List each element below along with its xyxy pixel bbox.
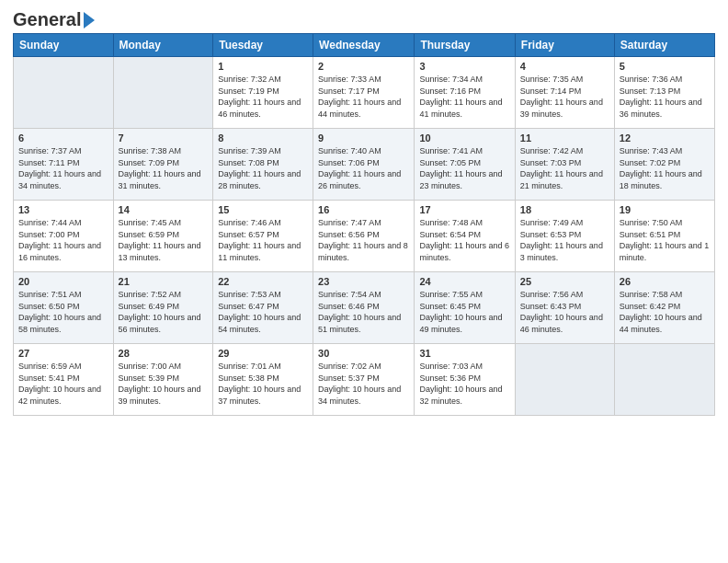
calendar-table: SundayMondayTuesdayWednesdayThursdayFrid… [13,33,715,416]
day-info: Sunrise: 7:43 AM Sunset: 7:02 PM Dayligh… [620,145,710,191]
day-number: 27 [18,348,108,359]
day-cell [614,344,714,416]
day-cell: 9Sunrise: 7:40 AM Sunset: 7:06 PM Daylig… [313,129,415,201]
day-cell: 13Sunrise: 7:44 AM Sunset: 7:00 PM Dayli… [14,201,114,272]
day-info: Sunrise: 7:56 AM Sunset: 6:43 PM Dayligh… [520,289,609,335]
day-cell: 12Sunrise: 7:43 AM Sunset: 7:02 PM Dayli… [614,129,714,201]
day-number: 15 [218,204,308,215]
day-info: Sunrise: 7:49 AM Sunset: 6:53 PM Dayligh… [520,217,609,263]
day-cell [515,344,614,416]
week-row-0: 1Sunrise: 7:32 AM Sunset: 7:19 PM Daylig… [14,57,715,129]
day-info: Sunrise: 7:51 AM Sunset: 6:50 PM Dayligh… [18,289,108,335]
day-number: 2 [318,61,409,72]
day-info: Sunrise: 7:53 AM Sunset: 6:47 PM Dayligh… [218,289,308,335]
day-cell: 24Sunrise: 7:55 AM Sunset: 6:45 PM Dayli… [415,272,515,344]
day-info: Sunrise: 7:34 AM Sunset: 7:16 PM Dayligh… [419,74,509,120]
col-header-friday: Friday [515,34,614,57]
day-number: 7 [119,132,209,144]
day-number: 12 [620,132,710,144]
day-info: Sunrise: 7:37 AM Sunset: 7:11 PM Dayligh… [18,145,108,191]
day-cell: 2Sunrise: 7:33 AM Sunset: 7:17 PM Daylig… [313,57,415,129]
day-info: Sunrise: 6:59 AM Sunset: 5:41 PM Dayligh… [18,361,108,407]
day-cell: 26Sunrise: 7:58 AM Sunset: 6:42 PM Dayli… [614,272,714,344]
day-cell: 21Sunrise: 7:52 AM Sunset: 6:49 PM Dayli… [113,272,213,344]
week-row-4: 27Sunrise: 6:59 AM Sunset: 5:41 PM Dayli… [14,344,715,416]
day-cell: 14Sunrise: 7:45 AM Sunset: 6:59 PM Dayli… [113,201,213,272]
day-cell: 11Sunrise: 7:42 AM Sunset: 7:03 PM Dayli… [515,129,614,201]
day-number: 29 [218,348,308,359]
day-info: Sunrise: 7:03 AM Sunset: 5:36 PM Dayligh… [419,361,509,407]
day-info: Sunrise: 7:54 AM Sunset: 6:46 PM Dayligh… [318,289,409,335]
day-cell: 28Sunrise: 7:00 AM Sunset: 5:39 PM Dayli… [113,344,213,416]
day-number: 9 [318,132,409,144]
week-row-1: 6Sunrise: 7:37 AM Sunset: 7:11 PM Daylig… [14,129,715,201]
col-header-monday: Monday [113,34,213,57]
day-number: 8 [218,132,308,144]
day-info: Sunrise: 7:40 AM Sunset: 7:06 PM Dayligh… [318,145,409,191]
page-container: General SundayMondayTuesdayWednesdayThur… [0,0,728,425]
day-info: Sunrise: 7:46 AM Sunset: 6:57 PM Dayligh… [218,217,308,263]
day-cell: 10Sunrise: 7:41 AM Sunset: 7:05 PM Dayli… [415,129,515,201]
day-cell: 27Sunrise: 6:59 AM Sunset: 5:41 PM Dayli… [14,344,114,416]
day-number: 18 [520,204,609,215]
day-cell: 25Sunrise: 7:56 AM Sunset: 6:43 PM Dayli… [515,272,614,344]
day-number: 16 [318,204,409,215]
day-cell [113,57,213,129]
day-cell: 6Sunrise: 7:37 AM Sunset: 7:11 PM Daylig… [14,129,114,201]
col-header-thursday: Thursday [415,34,515,57]
day-number: 23 [318,276,409,287]
day-cell: 7Sunrise: 7:38 AM Sunset: 7:09 PM Daylig… [113,129,213,201]
day-number: 11 [520,132,609,144]
day-number: 31 [419,348,509,359]
day-info: Sunrise: 7:47 AM Sunset: 6:56 PM Dayligh… [318,217,409,263]
day-cell: 5Sunrise: 7:36 AM Sunset: 7:13 PM Daylig… [614,57,714,129]
col-header-saturday: Saturday [614,34,714,57]
day-number: 19 [620,204,710,215]
day-cell: 31Sunrise: 7:03 AM Sunset: 5:36 PM Dayli… [415,344,515,416]
day-number: 6 [18,132,108,144]
day-cell: 15Sunrise: 7:46 AM Sunset: 6:57 PM Dayli… [213,201,313,272]
header-row: SundayMondayTuesdayWednesdayThursdayFrid… [14,34,715,57]
day-cell: 4Sunrise: 7:35 AM Sunset: 7:14 PM Daylig… [515,57,614,129]
day-info: Sunrise: 7:38 AM Sunset: 7:09 PM Dayligh… [119,145,209,191]
day-info: Sunrise: 7:02 AM Sunset: 5:37 PM Dayligh… [318,361,409,407]
day-info: Sunrise: 7:01 AM Sunset: 5:38 PM Dayligh… [218,361,308,407]
day-cell: 29Sunrise: 7:01 AM Sunset: 5:38 PM Dayli… [213,344,313,416]
day-info: Sunrise: 7:44 AM Sunset: 7:00 PM Dayligh… [18,217,108,263]
day-cell: 20Sunrise: 7:51 AM Sunset: 6:50 PM Dayli… [14,272,114,344]
day-number: 28 [119,348,209,359]
day-number: 20 [18,276,108,287]
day-cell: 22Sunrise: 7:53 AM Sunset: 6:47 PM Dayli… [213,272,313,344]
week-row-2: 13Sunrise: 7:44 AM Sunset: 7:00 PM Dayli… [14,201,715,272]
day-cell: 16Sunrise: 7:47 AM Sunset: 6:56 PM Dayli… [313,201,415,272]
col-header-tuesday: Tuesday [213,34,313,57]
day-info: Sunrise: 7:36 AM Sunset: 7:13 PM Dayligh… [620,74,710,120]
day-cell: 3Sunrise: 7:34 AM Sunset: 7:16 PM Daylig… [415,57,515,129]
week-row-3: 20Sunrise: 7:51 AM Sunset: 6:50 PM Dayli… [14,272,715,344]
day-info: Sunrise: 7:41 AM Sunset: 7:05 PM Dayligh… [419,145,509,191]
day-info: Sunrise: 7:45 AM Sunset: 6:59 PM Dayligh… [119,217,209,263]
day-number: 10 [419,132,509,144]
day-number: 26 [620,276,710,287]
day-info: Sunrise: 7:55 AM Sunset: 6:45 PM Dayligh… [419,289,509,335]
day-info: Sunrise: 7:52 AM Sunset: 6:49 PM Dayligh… [119,289,209,335]
day-number: 14 [119,204,209,215]
day-cell: 17Sunrise: 7:48 AM Sunset: 6:54 PM Dayli… [415,201,515,272]
logo-general: General [13,9,81,29]
day-info: Sunrise: 7:39 AM Sunset: 7:08 PM Dayligh… [218,145,308,191]
day-info: Sunrise: 7:35 AM Sunset: 7:14 PM Dayligh… [520,74,609,120]
day-number: 30 [318,348,409,359]
header: General [13,9,715,28]
day-info: Sunrise: 7:58 AM Sunset: 6:42 PM Dayligh… [620,289,710,335]
day-cell: 19Sunrise: 7:50 AM Sunset: 6:51 PM Dayli… [614,201,714,272]
day-info: Sunrise: 7:33 AM Sunset: 7:17 PM Dayligh… [318,74,409,120]
day-info: Sunrise: 7:50 AM Sunset: 6:51 PM Dayligh… [620,217,710,263]
day-cell [14,57,114,129]
day-info: Sunrise: 7:32 AM Sunset: 7:19 PM Dayligh… [218,74,308,120]
day-number: 13 [18,204,108,215]
day-number: 5 [620,61,710,72]
day-number: 1 [218,61,308,72]
day-number: 24 [419,276,509,287]
day-number: 17 [419,204,509,215]
logo: General [13,9,95,28]
